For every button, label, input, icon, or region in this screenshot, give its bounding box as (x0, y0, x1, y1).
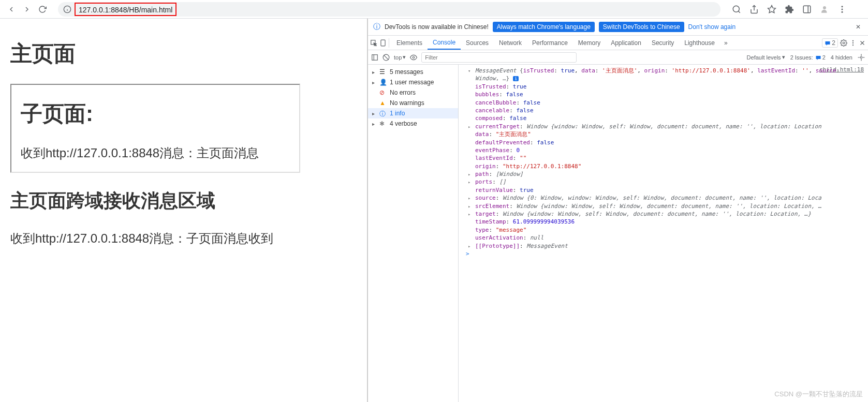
zoom-icon[interactable] (732, 5, 741, 14)
back-icon[interactable] (7, 5, 16, 13)
device-icon[interactable] (379, 39, 387, 47)
console-line: ▸currentTarget: Window {window: Window, … (463, 123, 864, 130)
console-line: userActivation: null (463, 234, 864, 242)
console-header-line: ▾MessageEvent {isTrusted: true, data: '主… (463, 67, 864, 83)
share-icon[interactable] (749, 5, 759, 14)
child-title: 子页面: (21, 99, 290, 128)
toolbar-right (729, 5, 850, 14)
hidden-count[interactable]: 4 hidden (831, 54, 852, 61)
console-line: ▸source: Window {0: Window, window: Wind… (463, 194, 864, 202)
tab-sources[interactable]: Sources (461, 36, 494, 50)
sidebar-row[interactable]: ▸✱4 verbose (368, 118, 458, 129)
console-line: ▸path: [Window] (463, 170, 864, 178)
console-sidebar: ▸☰5 messages▸👤1 user message⊘No errors▲N… (368, 65, 459, 402)
url-bar[interactable]: 127.0.0.1:8848/HB/main.html (58, 2, 720, 17)
console-line: cancelBubble: false (463, 99, 864, 107)
svg-point-11 (842, 8, 843, 10)
panel-icon[interactable] (802, 5, 812, 14)
always-match-button[interactable]: Always match Chrome's language (493, 22, 595, 32)
console-output[interactable]: child.html:18 ▾MessageEvent {isTrusted: … (459, 65, 868, 402)
console-line: type: "message" (463, 226, 864, 234)
tab-memory[interactable]: Memory (573, 36, 606, 50)
console-line: defaultPrevented: false (463, 139, 864, 146)
console-settings-icon[interactable] (858, 54, 865, 61)
console-line: ▸[[Prototype]]: MessageEvent (463, 242, 864, 250)
console-line: data: "主页面消息" (463, 130, 864, 138)
reload-icon[interactable] (38, 5, 47, 13)
filter-input[interactable] (421, 52, 577, 63)
warn-icon: ▲ (379, 99, 387, 107)
switch-chinese-button[interactable]: Switch DevTools to Chinese (599, 22, 684, 32)
svg-point-16 (843, 42, 845, 44)
devtools-pane: ⓘ DevTools is now available in Chinese! … (367, 19, 868, 402)
console-prompt[interactable]: > (463, 250, 864, 258)
svg-rect-22 (372, 54, 378, 60)
more-tabs-icon[interactable]: » (722, 39, 730, 47)
sidebar-row[interactable]: ⊘No errors (368, 87, 458, 98)
svg-point-10 (842, 6, 843, 7)
sidebar-row[interactable]: ▸ⓘ1 info (368, 108, 458, 118)
star-icon[interactable] (767, 5, 776, 14)
tab-console[interactable]: Console (428, 36, 461, 50)
profile-icon[interactable] (820, 5, 829, 14)
console-toolbar: top ▾ Default levels ▾ 2 Issues: 2 4 hid… (368, 50, 868, 65)
console-line: returnValue: true (463, 186, 864, 194)
tab-application[interactable]: Application (606, 36, 646, 50)
dont-show-link[interactable]: Don't show again (688, 23, 736, 31)
tab-performance[interactable]: Performance (527, 36, 573, 50)
console-line: ▸srcElement: Window {window: Window, sel… (463, 202, 864, 210)
info-icon: ⓘ (373, 22, 380, 32)
console-line: ▸ports: [] (463, 178, 864, 186)
svg-line-25 (384, 55, 388, 59)
url-text[interactable]: 127.0.0.1:8848/HB/main.html (75, 3, 176, 16)
sidebar-row[interactable]: ▸👤1 user message (368, 77, 458, 87)
tab-network[interactable]: Network (494, 36, 527, 50)
menu-icon[interactable] (837, 5, 847, 14)
messages-badge-icon[interactable]: 2 (822, 38, 838, 48)
svg-point-9 (823, 6, 826, 9)
sidebar-row[interactable]: ▲No warnings (368, 98, 458, 108)
banner-text: DevTools is now available in Chinese! (385, 23, 489, 31)
svg-point-27 (860, 56, 862, 58)
browser-toolbar: 127.0.0.1:8848/HB/main.html (0, 0, 868, 19)
tab-lighthouse[interactable]: Lighthouse (679, 36, 720, 50)
svg-line-4 (738, 11, 740, 12)
close-icon[interactable]: ✕ (854, 23, 863, 31)
error-icon: ⊘ (379, 89, 387, 96)
console-line: isTrusted: true (463, 83, 864, 91)
verbose-icon: ✱ (379, 120, 387, 127)
clear-icon[interactable] (382, 54, 390, 61)
levels-dropdown[interactable]: Default levels ▾ (747, 54, 785, 61)
section-message: 收到http://127.0.0.1:8848消息：子页面消息收到 (10, 229, 357, 248)
svg-point-18 (852, 42, 854, 43)
console-line: eventPhase: 0 (463, 146, 864, 154)
tab-security[interactable]: Security (646, 36, 679, 50)
svg-rect-7 (803, 6, 811, 13)
eye-icon[interactable] (410, 54, 417, 61)
console-line: lastEventId: "" (463, 154, 864, 162)
sidebar-toggle-icon[interactable] (371, 54, 378, 61)
page-title: 主页面 (10, 39, 357, 68)
nav-buttons (4, 5, 50, 13)
devtools-tabs: ElementsConsoleSourcesNetworkPerformance… (368, 36, 868, 50)
site-info-icon[interactable] (63, 5, 71, 13)
page-content: 主页面 子页面: 收到http://127.0.0.1:8848消息：主页面消息… (0, 19, 367, 402)
tab-elements[interactable]: Elements (391, 36, 428, 50)
console-line: bubbles: false (463, 91, 864, 98)
issues-indicator[interactable]: 2 Issues: 2 (790, 54, 826, 61)
sidebar-row[interactable]: ▸☰5 messages (368, 67, 458, 77)
inspect-icon[interactable] (370, 39, 377, 47)
svg-point-19 (852, 44, 854, 45)
console-line: composed: false (463, 114, 864, 122)
devtools-close-icon[interactable] (859, 39, 866, 47)
context-dropdown[interactable]: top ▾ (394, 54, 406, 61)
child-message: 收到http://127.0.0.1:8848消息：主页面消息 (21, 144, 290, 162)
kebab-icon[interactable] (849, 39, 857, 47)
settings-icon[interactable] (840, 39, 847, 47)
forward-icon[interactable] (23, 5, 31, 13)
svg-marker-6 (768, 5, 776, 12)
child-iframe: 子页面: 收到http://127.0.0.1:8848消息：主页面消息 (10, 84, 300, 173)
section-title: 主页面跨域接收消息区域 (10, 188, 357, 214)
extensions-icon[interactable] (785, 5, 794, 14)
svg-rect-14 (381, 40, 385, 46)
